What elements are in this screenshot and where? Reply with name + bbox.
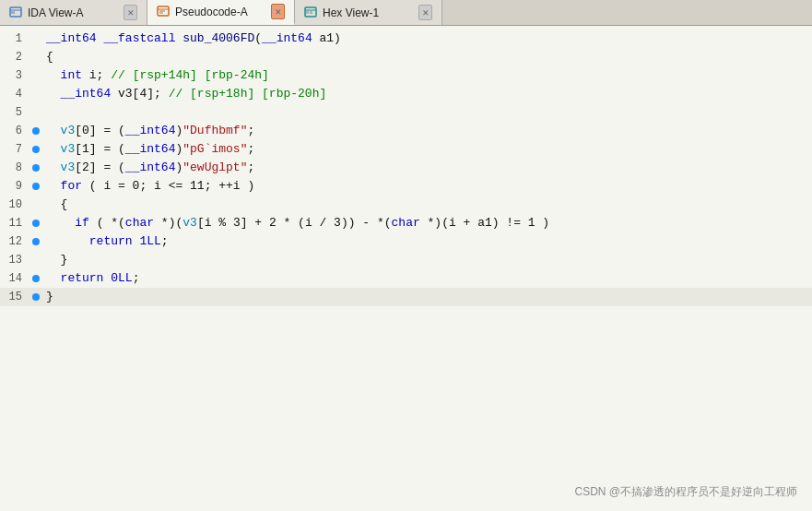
- line-num-12: 12: [0, 232, 29, 251]
- line-2-content: {: [42, 48, 53, 66]
- code-line-10: 10 {: [0, 196, 812, 214]
- code-line-3: 3 int i; // [rsp+14h] [rbp-24h]: [0, 66, 812, 85]
- dot-9: [29, 183, 42, 190]
- tab-ida-label: IDA View-A: [28, 6, 83, 19]
- hex-view-icon: [304, 6, 317, 19]
- line-3-content: int i; // [rsp+14h] [rbp-24h]: [42, 66, 269, 85]
- line-num-7: 7: [0, 140, 29, 159]
- line-num-3: 3: [0, 66, 29, 85]
- code-line-15: 15 }: [0, 288, 812, 306]
- code-line-14: 14 return 0LL;: [0, 269, 812, 288]
- dot-6: [29, 127, 42, 135]
- code-line-1: 1 __int64 __fastcall sub_4006FD(__int64 …: [0, 30, 812, 48]
- svg-rect-2: [11, 11, 15, 14]
- code-line-13: 13 }: [0, 251, 812, 269]
- line-6-content: v3[0] = (__int64)"Dufhbmf";: [42, 122, 254, 140]
- line-15-content: }: [42, 288, 53, 306]
- tab-ida-close[interactable]: ✕: [124, 5, 137, 20]
- line-7-content: v3[1] = (__int64)"pG`imos";: [42, 140, 254, 159]
- code-line-2: 2 {: [0, 48, 812, 66]
- tab-hex-close[interactable]: ✕: [418, 5, 432, 20]
- line-num-4: 4: [0, 85, 29, 103]
- dot-8: [29, 164, 42, 172]
- tab-hex-label: Hex View-1: [323, 6, 379, 19]
- line-num-6: 6: [0, 122, 29, 140]
- line-num-2: 2: [0, 48, 29, 66]
- line-11-content: if ( *(char *)(v3[i % 3] + 2 * (i / 3)) …: [42, 214, 549, 232]
- tab-hex-view-1[interactable]: Hex View-1 ✕: [295, 0, 442, 25]
- code-line-8: 8 v3[2] = (__int64)"ewUglpt";: [0, 159, 812, 177]
- code-line-12: 12 return 1LL;: [0, 232, 812, 251]
- line-10-content: {: [42, 196, 67, 214]
- line-num-9: 9: [0, 177, 29, 196]
- dot-7: [29, 146, 42, 153]
- line-13-content: }: [42, 251, 67, 269]
- svg-rect-9: [306, 11, 309, 14]
- pseudocode-icon: [157, 6, 170, 18]
- code-line-5: 5: [0, 103, 812, 122]
- code-container: 1 __int64 __fastcall sub_4006FD(__int64 …: [0, 26, 812, 310]
- code-line-11: 11 if ( *(char *)(v3[i % 3] + 2 * (i / 3…: [0, 214, 812, 232]
- editor-area: 1 __int64 __fastcall sub_4006FD(__int64 …: [0, 26, 812, 511]
- tab-pseudocode-label: Pseudocode-A: [175, 6, 248, 18]
- line-9-content: for ( i = 0; i <= 11; ++i ): [42, 177, 254, 196]
- dot-12: [29, 238, 42, 245]
- line-num-13: 13: [0, 251, 29, 269]
- line-num-10: 10: [0, 196, 29, 214]
- code-line-7: 7 v3[1] = (__int64)"pG`imos";: [0, 140, 812, 159]
- dot-14: [29, 275, 42, 282]
- line-num-1: 1: [0, 30, 29, 48]
- watermark: CSDN @不搞渗透的程序员不是好逆向工程师: [574, 484, 797, 500]
- ida-view-icon: [9, 6, 22, 19]
- code-line-9: 9 for ( i = 0; i <= 11; ++i ): [0, 177, 812, 196]
- line-12-content: return 1LL;: [42, 232, 169, 251]
- tab-ida-view-a[interactable]: IDA View-A ✕: [0, 0, 147, 25]
- dot-11: [29, 220, 42, 227]
- tab-pseudocode-a[interactable]: Pseudocode-A ✕: [147, 0, 295, 25]
- line-num-5: 5: [0, 103, 29, 122]
- line-num-14: 14: [0, 269, 29, 288]
- tab-pseudocode-close[interactable]: ✕: [271, 4, 285, 19]
- line-8-content: v3[2] = (__int64)"ewUglpt";: [42, 159, 254, 177]
- code-line-6: 6 v3[0] = (__int64)"Dufhbmf";: [0, 122, 812, 140]
- line-num-11: 11: [0, 214, 29, 232]
- line-4-content: __int64 v3[4]; // [rsp+18h] [rbp-20h]: [42, 85, 326, 103]
- svg-rect-10: [310, 11, 312, 14]
- line-num-8: 8: [0, 159, 29, 177]
- dot-15: [29, 293, 42, 301]
- line-num-15: 15: [0, 288, 29, 306]
- line-14-content: return 0LL;: [42, 269, 139, 288]
- line-1-content: __int64 __fastcall sub_4006FD(__int64 a1…: [42, 30, 341, 48]
- code-line-4: 4 __int64 v3[4]; // [rsp+18h] [rbp-20h]: [0, 85, 812, 103]
- tab-bar: IDA View-A ✕ Pseudocode-A ✕: [0, 0, 812, 26]
